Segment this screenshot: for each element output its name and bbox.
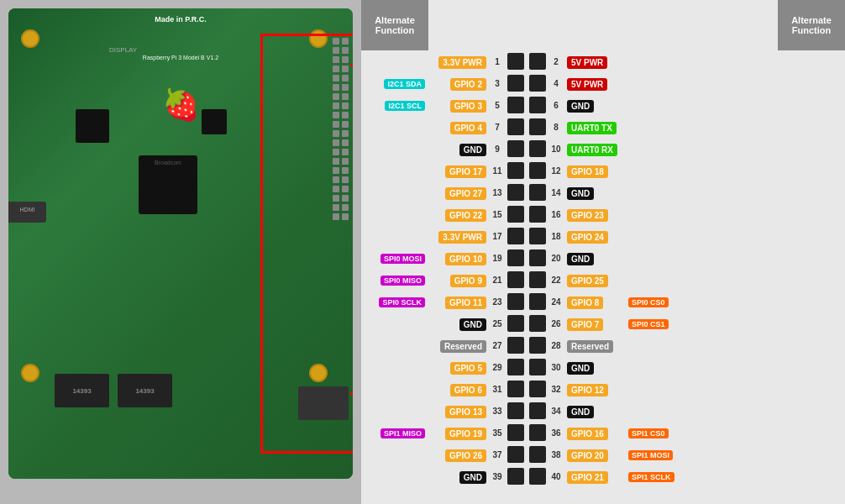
right-pin-label: 5V PWR [564, 76, 625, 91]
gpio-row: GPIO 17 11 12 GPIO 18 [361, 160, 845, 181]
left-alt-func: SPI0 MISO [361, 276, 428, 285]
physical-pin-left [507, 402, 524, 419]
physical-pin-left [507, 53, 524, 70]
right-pin-number: 6 [548, 101, 564, 110]
physical-pin-right [529, 249, 546, 266]
left-pin-label: GPIO 9 [428, 272, 489, 287]
center-pins [506, 337, 548, 354]
center-pins [506, 228, 548, 244]
gpio-row: I2C1 SDA GPIO 2 3 4 5V PWR [361, 72, 845, 94]
right-pin-number: 34 [548, 407, 564, 416]
physical-pin-left [507, 97, 524, 113]
physical-pin-right [529, 315, 546, 332]
left-pin-number: 21 [489, 276, 506, 285]
left-pin-number: 15 [489, 210, 506, 219]
left-pin-label: GPIO 3 [428, 97, 489, 113]
left-alt-func: SPI1 MISO [361, 428, 428, 438]
physical-pin-right [529, 359, 546, 375]
left-pin-label: GPIO 22 [428, 207, 489, 222]
left-pin-number: 37 [489, 450, 506, 459]
physical-pin-left [507, 271, 524, 288]
left-pin-number: 39 [489, 472, 506, 481]
physical-pin-right [529, 184, 546, 201]
mounting-hole-bl [21, 364, 39, 382]
physical-pin-left [507, 162, 524, 179]
right-alt-func: SPI1 MOSI [625, 450, 692, 459]
right-pin-number: 24 [548, 297, 564, 307]
right-pin-label: GND [564, 97, 625, 113]
center-pins [506, 402, 548, 419]
physical-pin-right [529, 402, 546, 419]
left-alt-func: SPI0 MOSI [361, 254, 428, 263]
left-pin-number: 31 [489, 385, 506, 394]
center-pins [506, 75, 548, 92]
made-in-label: Made in P.R.C. [155, 15, 206, 24]
usb-ports: 14393 14393 [55, 374, 172, 407]
left-pin-number: 5 [489, 101, 506, 110]
left-pin-number: 3 [489, 79, 506, 88]
left-pin-label: 3.3V PWR [428, 54, 489, 69]
center-pins [506, 53, 548, 70]
left-pin-number: 25 [489, 319, 506, 328]
header-middle [428, 0, 778, 50]
gpio-row: 3.3V PWR 17 18 GPIO 24 [361, 225, 845, 247]
right-pin-label: 5V PWR [564, 54, 625, 69]
gpio-row: Reserved 27 28 Reserved [361, 334, 845, 356]
left-pin-label: GPIO 26 [428, 447, 489, 462]
physical-pin-left [507, 446, 524, 463]
left-pin-number: 35 [489, 428, 506, 438]
left-pin-label: GPIO 17 [428, 163, 489, 178]
right-pin-label: GND [564, 250, 625, 265]
physical-pin-left [507, 293, 524, 310]
right-pin-label: GPIO 24 [564, 228, 625, 244]
physical-pin-right [529, 75, 546, 92]
center-pins [506, 249, 548, 266]
gpio-row: GND 39 40 GPIO 21 SPI1 SCLK [361, 465, 845, 487]
model-label: Raspberry Pi 3 Model B V1.2 [143, 55, 218, 60]
center-pins [506, 271, 548, 288]
left-pin-number: 19 [489, 254, 506, 263]
right-pin-label: GPIO 23 [564, 207, 625, 222]
center-pins [506, 140, 548, 157]
mounting-hole-br [309, 364, 328, 382]
physical-pin-right [529, 140, 546, 157]
left-pin-number: 11 [489, 166, 506, 176]
physical-pin-left [507, 206, 524, 223]
physical-pin-left [507, 359, 524, 375]
left-pin-number: 17 [489, 232, 506, 241]
main-chip: Broadcom [139, 155, 197, 214]
left-alt-func: I2C1 SCL [361, 101, 428, 110]
chip-small-2 [202, 109, 227, 134]
left-alt-func: SPI0 SCLK [361, 297, 428, 307]
left-pin-label: GPIO 19 [428, 425, 489, 440]
physical-pin-right [529, 53, 546, 70]
left-pin-number: 13 [489, 188, 506, 197]
physical-pin-left [507, 381, 524, 397]
right-pin-number: 40 [548, 472, 564, 481]
right-pin-number: 36 [548, 428, 564, 438]
right-pin-label: Reserved [564, 338, 625, 353]
gpio-diagram: AlternateFunction AlternateFunction 3.3V… [361, 0, 845, 504]
gpio-row: GPIO 22 15 16 GPIO 23 [361, 203, 845, 225]
gpio-header: AlternateFunction AlternateFunction [361, 0, 845, 50]
left-pin-label: GND [428, 469, 489, 484]
gpio-row: SPI0 MOSI GPIO 10 19 20 GND [361, 247, 845, 269]
right-pin-number: 18 [548, 232, 564, 241]
left-pin-label: 3.3V PWR [428, 228, 489, 244]
right-pin-number: 8 [548, 123, 564, 132]
gpio-row: GPIO 6 31 32 GPIO 12 [361, 378, 845, 400]
physical-pin-right [529, 468, 546, 485]
physical-pin-right [529, 424, 546, 441]
right-alt-func: SPI0 CS1 [625, 319, 692, 328]
left-pin-label: GPIO 13 [428, 403, 489, 418]
center-pins [506, 424, 548, 441]
right-pin-number: 16 [548, 210, 564, 219]
right-pin-number: 30 [548, 363, 564, 372]
left-pin-number: 9 [489, 144, 506, 154]
board-image: Made in P.R.C. Raspberry Pi 3 Model B V1… [8, 8, 353, 479]
right-pin-label: GPIO 8 [564, 294, 625, 309]
ethernet-port [298, 386, 349, 420]
left-pin-label: GPIO 11 [428, 294, 489, 309]
center-pins [506, 468, 548, 485]
gpio-row: GPIO 26 37 38 GPIO 20 SPI1 MOSI [361, 444, 845, 465]
